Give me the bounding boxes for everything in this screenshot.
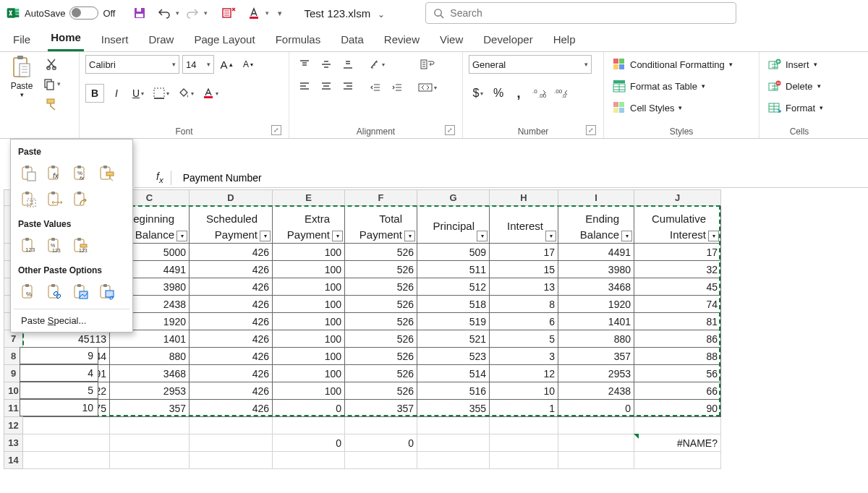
increase-indent-button[interactable]: [388, 78, 407, 97]
redo-button[interactable]: [181, 3, 204, 23]
format-as-table-button[interactable]: Format as Table▾: [610, 77, 736, 95]
cell[interactable]: 100: [273, 382, 345, 400]
cell[interactable]: 426: [190, 278, 273, 296]
tab-developer[interactable]: Developer: [480, 29, 535, 51]
bold-button[interactable]: B: [85, 84, 104, 103]
paste-transpose-option[interactable]: [70, 189, 92, 210]
paste-picture-option[interactable]: [70, 281, 92, 303]
cell[interactable]: 10: [20, 399, 98, 416]
tab-draw[interactable]: Draw: [145, 29, 176, 51]
cell[interactable]: 426: [190, 400, 273, 417]
font-size-combo[interactable]: 14▾: [182, 55, 214, 74]
cell[interactable]: [490, 434, 558, 452]
cell[interactable]: 100: [273, 365, 345, 382]
cell[interactable]: 3468: [110, 365, 190, 382]
paste-formatting-option[interactable]: %: [18, 281, 40, 303]
paste-formulas-option[interactable]: fx: [44, 163, 66, 184]
table-header[interactable]: Principal▾: [417, 206, 490, 244]
cell[interactable]: 100: [273, 348, 345, 365]
paste-keep-col-widths-option[interactable]: [44, 189, 66, 210]
font-color-qat-button[interactable]: [242, 3, 265, 23]
cell[interactable]: 4491: [558, 244, 634, 261]
tab-review[interactable]: Review: [381, 29, 422, 51]
delete-cells-button[interactable]: Delete▾: [765, 77, 826, 95]
cell[interactable]: 100: [273, 278, 345, 296]
cell[interactable]: [417, 417, 490, 434]
cell[interactable]: [110, 434, 190, 452]
align-bottom-button[interactable]: [339, 55, 357, 74]
table-header[interactable]: TotalPayment▾: [345, 206, 417, 244]
cell[interactable]: [23, 434, 110, 452]
cell[interactable]: 511: [417, 261, 490, 278]
cell[interactable]: 4: [20, 364, 98, 382]
cell[interactable]: 13: [490, 278, 558, 296]
filter-icon[interactable]: ▾: [708, 231, 719, 241]
paste-no-borders-option[interactable]: [18, 189, 40, 210]
cell[interactable]: 2953: [110, 382, 190, 400]
cell[interactable]: 526: [345, 261, 417, 278]
paste-values-sourcefmt-option[interactable]: 123: [70, 235, 92, 257]
cell[interactable]: 526: [345, 382, 417, 400]
number-format-combo[interactable]: General▾: [469, 55, 592, 74]
cell[interactable]: 426: [190, 330, 273, 348]
cell[interactable]: 523: [417, 348, 490, 365]
fill-color-button[interactable]: ▾: [175, 84, 197, 103]
col-header-J[interactable]: J: [634, 190, 721, 206]
cell[interactable]: [634, 417, 721, 434]
cell[interactable]: 15: [490, 261, 558, 278]
conditional-formatting-button[interactable]: Conditional Formatting▾: [610, 55, 736, 74]
cell[interactable]: #NAME?: [634, 434, 721, 452]
cell[interactable]: 66: [634, 382, 721, 400]
align-center-button[interactable]: [317, 77, 336, 95]
cell[interactable]: 17: [634, 244, 721, 261]
paste-values-numfmt-option[interactable]: %123: [44, 235, 66, 257]
cell[interactable]: [190, 452, 273, 469]
wrap-text-button[interactable]: [415, 55, 440, 74]
cell[interactable]: 357: [345, 400, 417, 417]
cell[interactable]: 426: [190, 365, 273, 382]
tab-home[interactable]: Home: [48, 27, 84, 51]
accounting-button[interactable]: $▾: [469, 84, 488, 103]
cell[interactable]: 74: [634, 296, 721, 313]
paste-keep-source-fmt-option[interactable]: [96, 163, 118, 184]
cell[interactable]: 0: [345, 434, 417, 452]
cell[interactable]: 100: [273, 330, 345, 348]
tab-insert[interactable]: Insert: [98, 29, 132, 51]
save-button[interactable]: [128, 3, 151, 23]
italic-button[interactable]: I: [107, 84, 126, 103]
cell[interactable]: 17: [490, 244, 558, 261]
paste-linked-picture-option[interactable]: [96, 281, 118, 303]
paste-button[interactable]: Paste ▾: [6, 55, 38, 98]
cell[interactable]: 526: [345, 313, 417, 330]
cell[interactable]: 1401: [110, 330, 190, 348]
alignment-launcher[interactable]: ⤢: [445, 125, 455, 135]
search-input[interactable]: [450, 7, 728, 19]
col-header-I[interactable]: I: [558, 190, 634, 206]
font-color-button[interactable]: ▾: [200, 84, 221, 103]
cell[interactable]: 516: [417, 382, 490, 400]
cell[interactable]: [490, 452, 558, 469]
filter-icon[interactable]: ▾: [332, 231, 343, 241]
cell[interactable]: 32: [634, 261, 721, 278]
redo-dropdown-icon[interactable]: ▾: [204, 9, 208, 17]
cell[interactable]: 3980: [558, 261, 634, 278]
cell[interactable]: [190, 434, 273, 452]
merge-button[interactable]: ▾: [415, 78, 440, 97]
cell[interactable]: 1920: [558, 296, 634, 313]
cell[interactable]: [634, 452, 721, 469]
increase-decimal-button[interactable]: .0.00: [529, 84, 550, 103]
align-top-button[interactable]: [295, 55, 314, 74]
cell[interactable]: 509: [417, 244, 490, 261]
cell[interactable]: 3: [490, 348, 558, 365]
paste-values-option[interactable]: 123: [18, 235, 40, 257]
cell[interactable]: 100: [273, 261, 345, 278]
cell[interactable]: 6: [490, 313, 558, 330]
filename[interactable]: Test 123.xlsm: [304, 7, 370, 20]
cell[interactable]: [490, 417, 558, 434]
row-header-13[interactable]: 13: [4, 434, 23, 452]
col-header-F[interactable]: F: [345, 190, 417, 206]
cell[interactable]: [345, 452, 417, 469]
cell[interactable]: 45: [634, 278, 721, 296]
cell[interactable]: 86: [634, 330, 721, 348]
qat-customize-icon[interactable]: ▾: [278, 9, 282, 18]
